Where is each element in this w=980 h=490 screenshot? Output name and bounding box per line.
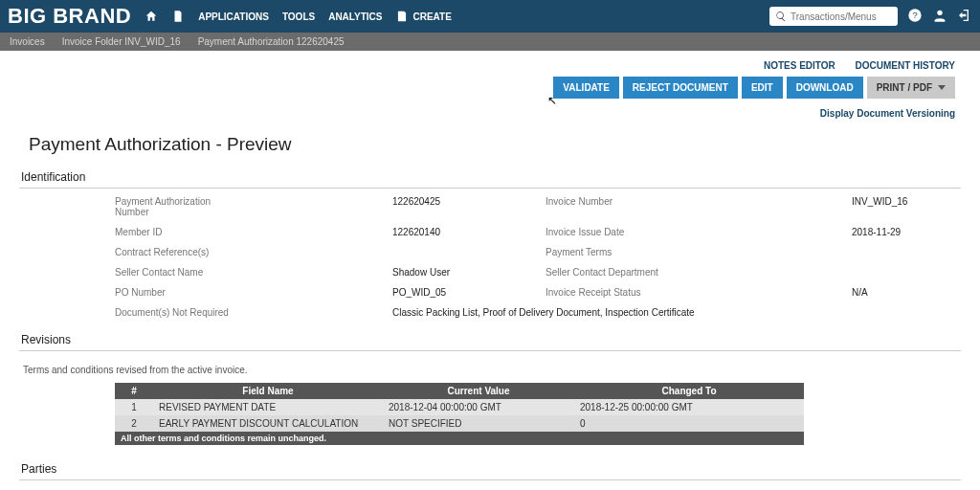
nav-right: ? — [769, 7, 972, 26]
po-number-label: PO Number — [115, 287, 239, 298]
reject-document-button[interactable]: REJECT DOCUMENT — [623, 77, 738, 99]
search-icon — [775, 11, 787, 22]
display-versioning-link[interactable]: Display Document Versioning — [19, 99, 961, 128]
print-pdf-button[interactable]: PRINT / PDF — [867, 77, 955, 99]
search-box[interactable] — [769, 7, 898, 26]
issue-date-label: Invoice Issue Date — [546, 227, 699, 237]
download-button[interactable]: DOWNLOAD — [787, 77, 863, 99]
invoice-number-value: INV_WID_16 — [852, 196, 980, 217]
receipt-status-value: N/A — [852, 287, 980, 298]
search-input[interactable] — [787, 11, 892, 22]
page-title: Payment Authorization - Preview — [29, 134, 961, 155]
payment-terms-label: Payment Terms — [546, 247, 699, 257]
help-button[interactable]: ? — [907, 8, 923, 25]
edit-button[interactable]: EDIT — [742, 77, 783, 99]
logout-icon — [957, 8, 972, 23]
validate-button[interactable]: VALIDATE — [553, 77, 619, 99]
seller-contact-dept-value — [852, 267, 980, 278]
nav-applications[interactable]: APPLICATIONS — [198, 11, 269, 22]
svg-point-2 — [937, 11, 942, 15]
nav-create-label: CREATE — [412, 11, 451, 22]
identification-grid: Payment Authorization Number 122620425 I… — [19, 196, 961, 329]
contract-ref-value — [392, 247, 546, 257]
account-button[interactable] — [932, 8, 947, 25]
document-history-link[interactable]: DOCUMENT HISTORY — [856, 60, 955, 71]
top-links: NOTES EDITOR DOCUMENT HISTORY — [19, 51, 961, 77]
logout-button[interactable] — [957, 8, 972, 25]
breadcrumb-invoices[interactable]: Invoices — [10, 36, 45, 47]
table-row: 2 EARLY PAYMENT DISCOUNT CALCULATION NOT… — [115, 415, 804, 432]
nav-analytics[interactable]: ANALYTICS — [328, 11, 382, 22]
member-id-value: 122620140 — [392, 227, 546, 237]
table-row: 1 REVISED PAYMENT DATE 2018-12-04 00:00:… — [115, 399, 804, 415]
rev-col-current: Current Value — [383, 383, 574, 399]
pan-label: Payment Authorization Number — [115, 196, 239, 217]
invoice-number-label: Invoice Number — [546, 196, 699, 217]
breadcrumb-current[interactable]: Payment Authorization 122620425 — [198, 36, 345, 47]
nav-create[interactable]: CREATE — [395, 10, 451, 23]
contract-ref-label: Contract Reference(s) — [115, 247, 239, 257]
seller-contact-name-label: Seller Contact Name — [115, 267, 239, 278]
brand-logo[interactable]: BIG BRAND — [0, 4, 145, 29]
top-bar: BIG BRAND APPLICATIONS TOOLS ANALYTICS C… — [0, 0, 980, 33]
breadcrumb-folder[interactable]: Invoice Folder INV_WID_16 — [62, 36, 181, 47]
docs-not-required-label: Document(s) Not Required — [115, 307, 392, 318]
section-parties: Parties — [19, 458, 961, 480]
receipt-status-label: Invoice Receipt Status — [546, 287, 699, 298]
create-icon — [395, 10, 409, 23]
docs-not-required-value: Classic Packing List, Proof of Delivery … — [392, 307, 980, 318]
rev-col-field: Field Name — [153, 383, 383, 399]
member-id-label: Member ID — [115, 227, 239, 237]
seller-contact-name-value: Shadow User — [392, 267, 546, 278]
help-icon: ? — [907, 8, 923, 23]
svg-text:?: ? — [912, 11, 917, 20]
po-number-value: PO_WID_05 — [392, 287, 546, 298]
breadcrumb: Invoices Invoice Folder INV_WID_16 Payme… — [0, 33, 980, 51]
pan-value: 122620425 — [392, 196, 546, 217]
section-revisions: Revisions — [19, 329, 961, 351]
nav-doc[interactable] — [171, 10, 185, 23]
notes-editor-link[interactable]: NOTES EDITOR — [764, 60, 835, 71]
rev-col-changed: Changed To — [574, 383, 804, 399]
rev-col-num: # — [115, 383, 153, 399]
seller-contact-dept-label: Seller Contact Department — [546, 267, 699, 278]
action-bar: VALIDATE REJECT DOCUMENT EDIT DOWNLOAD P… — [19, 77, 961, 99]
nav-tools[interactable]: TOOLS — [282, 11, 315, 22]
account-icon — [932, 8, 947, 23]
issue-date-value: 2018-11-29 — [852, 227, 980, 237]
payment-terms-value — [852, 247, 980, 257]
nav-home[interactable] — [145, 10, 158, 23]
revisions-footer: All other terms and conditions remain un… — [115, 432, 804, 445]
revisions-note: Terms and conditions revised from the ac… — [19, 359, 961, 383]
revisions-table: # Field Name Current Value Changed To 1 … — [115, 383, 804, 432]
main-content: NOTES EDITOR DOCUMENT HISTORY VALIDATE R… — [0, 51, 980, 490]
home-icon — [145, 10, 158, 23]
main-nav: APPLICATIONS TOOLS ANALYTICS CREATE — [145, 10, 452, 23]
document-icon — [171, 10, 185, 23]
section-identification: Identification — [19, 167, 961, 189]
